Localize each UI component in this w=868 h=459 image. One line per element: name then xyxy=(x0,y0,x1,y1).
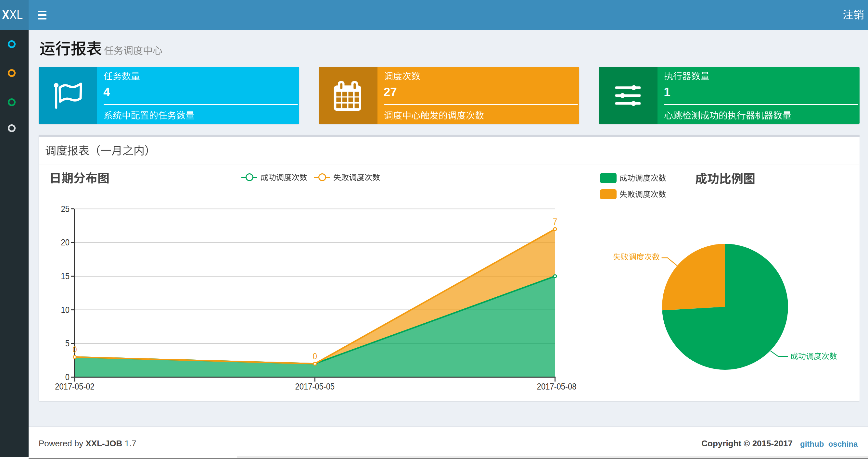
svg-text:2017-05-02: 2017-05-02 xyxy=(55,382,94,392)
svg-text:7: 7 xyxy=(553,217,557,226)
svg-text:0: 0 xyxy=(65,372,69,382)
svg-text:0: 0 xyxy=(72,345,77,354)
svg-text:2017-05-08: 2017-05-08 xyxy=(537,382,576,392)
svg-text:25: 25 xyxy=(61,204,69,214)
svg-text:2017-05-05: 2017-05-05 xyxy=(295,382,335,392)
svg-text:0: 0 xyxy=(313,351,317,361)
svg-text:5: 5 xyxy=(65,338,69,348)
svg-text:15: 15 xyxy=(61,271,69,281)
svg-text:10: 10 xyxy=(61,305,69,315)
svg-text:20: 20 xyxy=(61,238,69,248)
